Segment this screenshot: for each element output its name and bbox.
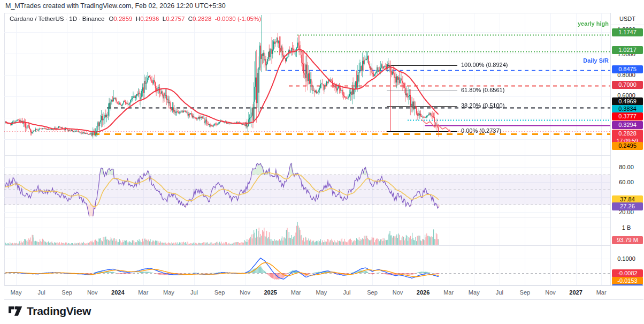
close-value: 0.2828 — [193, 16, 211, 22]
time-scale[interactable]: MayJulSepNov2024MarMayJulSepNov2025MarMa… — [4, 285, 643, 299]
price-badge: 0.2495 — [612, 142, 643, 150]
axis-tick-label: 1 B — [611, 224, 642, 231]
price-scale-currency[interactable]: USDT — [611, 13, 644, 25]
time-tick-label: Sep — [214, 289, 225, 296]
fib-level-label: 61.80% (0.6561) — [461, 87, 504, 93]
time-tick-label: 2024 — [111, 289, 124, 296]
time-tick-label: Sep — [62, 289, 72, 296]
time-tick-label: Mar — [443, 289, 454, 296]
high-label: H — [136, 16, 140, 22]
watermark-attribution: M_MTrades created with TradingView.com, … — [5, 2, 226, 10]
low-value: 0.2757 — [166, 16, 185, 22]
price-badge: 0.3294 — [612, 121, 643, 129]
time-tick-label: Jul — [496, 289, 503, 296]
time-tick-label: Sep — [367, 289, 378, 296]
price-badge: 0.8475 — [612, 65, 643, 73]
yearly-high-annotation: yearly high — [578, 20, 609, 27]
time-tick-label: 2025 — [264, 289, 277, 296]
time-tick-label: Nov — [545, 289, 556, 296]
axis-tick-label: 80.00 — [611, 163, 642, 171]
tradingview-logo[interactable]: TradingView — [9, 304, 91, 318]
tradingview-chart-screenshot: M_MTrades created with TradingView.com, … — [0, 0, 644, 324]
change-value: -0.0030 (-1.05%) — [215, 16, 261, 22]
price-scale[interactable]: USDT 1.20001.00000.80000.600080.0060.002… — [610, 13, 644, 285]
time-tick-label: 2026 — [417, 289, 430, 296]
time-tick-label: May — [469, 289, 480, 296]
fib-level-label: 38.20% (0.5100) — [461, 102, 504, 109]
time-tick-label: Nov — [393, 289, 403, 296]
time-tick-label: May — [316, 289, 327, 296]
time-tick-label: Mar — [138, 289, 148, 296]
price-badge: 1.0217 — [612, 46, 643, 54]
exchange-name[interactable]: Binance — [82, 16, 105, 22]
macd-badge: -0.0153 — [612, 277, 643, 285]
price-badge: 1.1747 — [612, 28, 643, 36]
rsi-badge: 27.26 — [612, 202, 643, 210]
time-tick-label: Sep — [520, 289, 531, 296]
time-tick-label: Nov — [240, 289, 250, 296]
fib-level-label: 0.00% (0.2737) — [461, 127, 501, 134]
time-tick-label: Nov — [87, 289, 98, 296]
timeframe[interactable]: 1D — [69, 16, 77, 22]
time-tick-label: Mar — [596, 289, 607, 296]
time-tick-label: May — [11, 289, 22, 296]
tradingview-logo-icon — [9, 304, 22, 318]
time-tick-label: Jul — [38, 289, 45, 296]
time-tick-label: Jul — [343, 289, 350, 296]
high-value: 0.2936 — [140, 16, 159, 22]
tradingview-logo-text: TradingView — [27, 305, 91, 318]
open-label: O — [109, 16, 113, 22]
symbol-legend[interactable]: Cardano / TetherUS·1D·BinanceO0.2859 H0.… — [10, 16, 261, 22]
time-tick-label: Mar — [291, 289, 301, 296]
time-tick-label: 2027 — [569, 289, 582, 296]
macd-badge: -0.0082 — [612, 269, 643, 277]
price-badge: 0.7000 — [612, 81, 643, 89]
daily-sr-annotation: Daily S/R — [583, 57, 609, 64]
axis-tick-label: 60.00 — [611, 178, 642, 186]
price-badge: 0.4969 — [612, 97, 643, 106]
chart-plot-area[interactable] — [4, 13, 610, 285]
time-tick-label: Jul — [190, 289, 198, 296]
footer-bar: TradingView — [0, 300, 644, 324]
fib-level-label: 100.00% (0.8924) — [461, 62, 508, 68]
price-badge: 0.3834 — [612, 105, 643, 113]
time-tick-label: May — [163, 289, 174, 296]
price-badge: 0.3777 — [612, 112, 643, 120]
axis-tick-label: 0.1000 — [611, 255, 642, 262]
symbol-name[interactable]: Cardano / TetherUS — [10, 16, 64, 22]
close-label: C — [188, 16, 193, 22]
volume-badge: 93.79 M — [612, 236, 643, 244]
open-value: 0.2859 — [113, 16, 132, 22]
